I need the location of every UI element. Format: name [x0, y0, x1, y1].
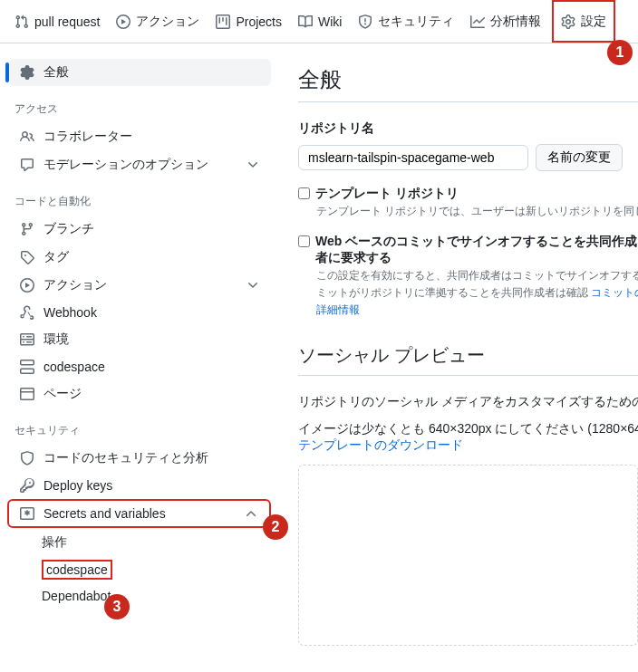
template-checkbox-label: テンプレート リポジトリ [315, 186, 459, 202]
nav-wiki[interactable]: Wiki [291, 0, 349, 43]
sidebar-label: Secrets and variables [44, 506, 235, 521]
template-download-link[interactable]: テンプレートのダウンロード [298, 437, 638, 454]
social-heading: ソーシャル プレビュー [298, 343, 638, 376]
signoff-more-link[interactable]: 詳細情報 [316, 302, 638, 318]
signoff-help2: ミットがリポジトリに準拠することを共同作成者は確認 コミットのサインオフに関 [316, 285, 638, 301]
key-icon [20, 478, 34, 493]
sidebar-item-actions[interactable]: アクション [9, 272, 271, 299]
social-p1: リポジトリのソーシャル メディアをカスタマイズするためのイメージをアップロ [298, 394, 638, 410]
browser-icon [20, 387, 34, 401]
sidebar-item-environments[interactable]: 環境 [9, 326, 271, 353]
main-content: 全般 リポジトリ名 名前の変更 テンプレート リポジトリ テンプレート リポジト… [276, 43, 638, 667]
people-icon [20, 130, 34, 144]
sidebar-item-webhooks[interactable]: Webhook [9, 300, 271, 325]
sidebar-item-secrets-variables[interactable]: Secrets and variables [7, 499, 271, 528]
sidebar-label: 全般 [44, 64, 260, 81]
sidebar-sub-actions[interactable]: 操作 [9, 529, 271, 556]
nav-label: 設定 [581, 14, 606, 30]
nav-security[interactable]: セキュリティ [351, 0, 461, 43]
nav-label: 分析情報 [490, 14, 541, 30]
sidebar-label: ページ [44, 386, 260, 402]
repo-name-label: リポジトリ名 [298, 120, 638, 137]
nav-label: Projects [236, 14, 282, 29]
shield-icon [358, 14, 372, 29]
chevron-up-icon [244, 506, 258, 521]
sidebar-item-tags[interactable]: タグ [9, 244, 271, 271]
codespace-icon [20, 360, 34, 374]
signoff-link[interactable]: コミットのサインオフに関 [591, 286, 638, 299]
signoff-checkbox-label: Web ベースのコミットでサインオフすることを共同作成者に要求する [315, 234, 638, 266]
chevron-down-icon [246, 158, 260, 172]
nav-label: pull request [34, 14, 100, 29]
annotation-badge-2: 2 [263, 514, 288, 540]
key-asterisk-icon [20, 506, 34, 521]
nav-projects[interactable]: Projects [208, 0, 289, 43]
gear-icon [20, 65, 34, 80]
sidebar-item-moderation[interactable]: モデレーションのオプション [9, 151, 271, 178]
nav-actions[interactable]: アクション [109, 0, 207, 43]
repo-name-input[interactable] [298, 145, 528, 170]
chevron-down-icon [246, 278, 260, 293]
graph-icon [470, 14, 485, 29]
sidebar-group-code: コードと自動化 [4, 179, 276, 215]
sidebar-item-general[interactable]: 全般 [9, 59, 271, 86]
signoff-checkbox[interactable] [298, 235, 310, 247]
webhook-icon [20, 305, 34, 320]
sidebar-label: コードのセキュリティと分析 [44, 450, 260, 466]
social-p2: イメージは少なくとも 640×320px にしてください (1280×640px… [298, 421, 638, 437]
sidebar-sub-codespace[interactable]: codespace [9, 557, 271, 582]
sidebar-label: モデレーションのオプション [44, 157, 237, 173]
sidebar-item-code-security[interactable]: コードのセキュリティと分析 [9, 445, 271, 472]
project-icon [216, 14, 230, 29]
tag-icon [20, 250, 34, 264]
sidebar-label: タグ [44, 249, 260, 265]
sidebar-label: Deploy keys [44, 478, 260, 493]
nav-settings[interactable]: 設定 [552, 0, 615, 43]
sidebar-item-codespaces[interactable]: codespace [9, 354, 271, 379]
sidebar-label: アクション [44, 277, 237, 293]
pull-request-icon [14, 14, 29, 29]
rename-button[interactable]: 名前の変更 [536, 144, 623, 171]
sidebar-item-collaborators[interactable]: コラボレーター [9, 123, 271, 150]
book-icon [298, 14, 313, 29]
comment-icon [20, 158, 34, 172]
sidebar-label: codespace [44, 360, 260, 374]
sidebar-label: コラボレーター [44, 129, 260, 145]
nav-pull-request[interactable]: pull request [7, 0, 107, 43]
signoff-help1: この設定を有効にすると、共同作成者はコミットでサインオフする必要があります [316, 268, 638, 283]
sidebar-label: Webhook [44, 305, 260, 320]
nav-label: セキュリティ [378, 14, 454, 30]
nav-label: アクション [136, 14, 199, 30]
server-icon [20, 332, 34, 347]
sidebar-group-access: アクセス [4, 87, 276, 122]
sidebar-label: ブランチ [44, 221, 260, 237]
template-checkbox[interactable] [298, 187, 310, 199]
page-title: 全般 [298, 65, 638, 102]
sidebar-item-deploy-keys[interactable]: Deploy keys [9, 473, 271, 498]
play-icon [116, 14, 130, 29]
nav-insights[interactable]: 分析情報 [463, 0, 548, 43]
branch-icon [20, 222, 34, 236]
template-help: テンプレート リポジトリでは、ユーザーは新しいリポジトリを同じ [316, 204, 638, 219]
sidebar-item-pages[interactable]: ページ [9, 380, 271, 408]
gear-icon [561, 14, 575, 29]
nav-label: Wiki [318, 14, 342, 29]
social-preview-box[interactable] [298, 465, 638, 646]
sidebar-sub-dependabot[interactable]: Dependabot [9, 583, 271, 609]
annotation-badge-3: 3 [104, 594, 130, 619]
sidebar-item-branches[interactable]: ブランチ [9, 216, 271, 243]
annotation-badge-1: 1 [607, 40, 633, 65]
sidebar-label: 環境 [44, 331, 260, 348]
sidebar: 全般 アクセス コラボレーター モデレーションのオプション コードと自動化 ブラ… [0, 43, 276, 667]
shield-icon [20, 451, 34, 466]
sidebar-group-security: セキュリティ [4, 408, 276, 444]
play-icon [20, 278, 34, 293]
